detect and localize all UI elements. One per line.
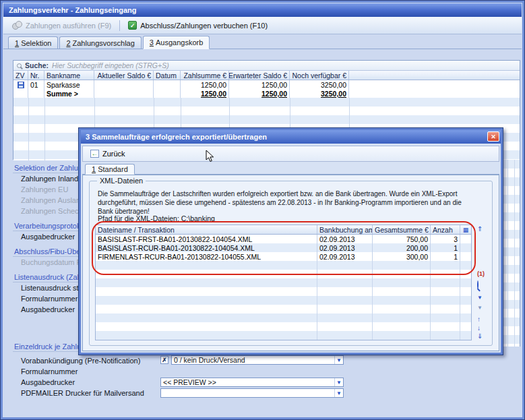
search-label: Suche: <box>25 61 49 69</box>
column-chooser-icon[interactable]: ▦ <box>460 225 471 234</box>
xml-files-groupbox: XML-Dateien Die Sammelaufträge der Lasts… <box>89 181 493 346</box>
column-header-aktueller-saldo[interactable]: Aktueller Saldo € <box>94 71 154 80</box>
back-label: Zurück <box>102 150 125 158</box>
chevron-down-icon[interactable]: ▼ <box>334 356 343 364</box>
empty-rows-area <box>96 261 471 340</box>
column-header-anzahl[interactable]: Anzah <box>431 225 460 234</box>
main-tabstrip: 1Selektion 2Zahlungsvorschlag 3Ausgangsk… <box>3 34 522 49</box>
tab-selektion[interactable]: 1Selektion <box>8 36 58 49</box>
column-header-zv[interactable]: ZV <box>13 71 28 80</box>
nav-next-icon[interactable]: ↓ <box>477 325 481 332</box>
chevron-down-icon[interactable]: ▼ <box>334 378 343 386</box>
column-header-filler <box>349 71 520 80</box>
table-sum-row: Summe > 1250,00 1250,00 3250,00 <box>13 89 520 98</box>
dialog-toolbar: ← Zurück <box>82 146 499 162</box>
disk-icon <box>18 82 24 88</box>
dialog-panel: XML-Dateien Die Sammelaufträge der Lasts… <box>82 175 499 351</box>
toolbar-separator <box>119 20 120 31</box>
post-check-icon: ✓ <box>128 21 137 30</box>
search-icon[interactable] <box>477 282 478 289</box>
search-icon <box>17 63 22 68</box>
files-table-header: Dateiname / Transaktion Bankbuchung am G… <box>96 225 471 235</box>
back-icon: ← <box>90 150 99 158</box>
column-header-nr[interactable]: Nr. <box>28 71 44 80</box>
post-payments-button[interactable]: ✓ Abschluss/Zahlungen verbuchen (F10) <box>123 20 272 31</box>
back-button[interactable]: ← Zurück <box>86 149 130 158</box>
window-titlebar[interactable]: Zahlungsverkehr - Zahlungseingang <box>3 3 522 17</box>
file-row[interactable]: FIRMENLAST-RCUR-BA01-20130822-104055.XML… <box>96 252 471 261</box>
coins-icon <box>12 21 22 30</box>
execute-payments-button[interactable]: Zahlungen ausführen (F9) <box>7 20 116 31</box>
nav-last-icon[interactable]: ⇓ <box>477 333 483 340</box>
groupbox-label: XML-Dateien <box>97 177 146 185</box>
pdfmailer-label: PDFMAILER Drucker für Mailversand <box>21 389 144 397</box>
nav-prev-icon[interactable]: ↑ <box>477 316 481 323</box>
dialog-titlebar[interactable]: 3 Sammelaufträge erfolgreich exportiert/… <box>81 130 501 144</box>
search-input[interactable]: Hier Suchbegriff eingeben (STRG+S) <box>52 61 169 69</box>
tab-standard[interactable]: 1Standard <box>85 164 135 175</box>
column-header-bankbuchung[interactable]: Bankbuchung am <box>317 225 373 234</box>
table-nav-strip: ⇑ (1) ▼ ▼ ↑ ↓ ⇓ <box>475 224 487 340</box>
file-row[interactable]: BASISLAST-FRST-BA01-20130822-104054.XML … <box>96 235 471 243</box>
window-title: Zahlungsverkehr - Zahlungseingang <box>9 6 136 14</box>
dialog-tabstrip: 1Standard <box>82 163 499 175</box>
bank-table-header: ZV Nr. Bankname Aktueller Saldo € Datum … <box>13 71 520 80</box>
column-header-bankname[interactable]: Bankname <box>44 71 94 80</box>
ausgabedrucker-dropdown[interactable]: << PREVIEW >> ▼ <box>160 378 344 387</box>
close-button[interactable]: ✕ <box>487 131 499 142</box>
column-header-datum[interactable]: Datum <box>154 71 181 80</box>
pdfmailer-dropdown[interactable]: ▼ <box>160 388 344 398</box>
filter-icon[interactable]: ▼ <box>477 295 483 301</box>
export-dialog: 3 Sammelaufträge erfolgreich exportiert/… <box>78 127 503 355</box>
column-header-gesamtsumme[interactable]: Gesamtsumme € <box>373 225 431 234</box>
check-mark-icon: ✗ <box>162 357 167 363</box>
file-row[interactable]: BASISLAST-RCUR-BA01-20130822-104054.XML … <box>96 243 471 252</box>
files-table: Dateiname / Transaktion Bankbuchung am G… <box>95 224 472 340</box>
chevron-down-icon[interactable]: ▼ <box>334 389 343 397</box>
formularnummer-label: Formularnummer <box>21 367 78 376</box>
filter-clear-icon[interactable]: ▼ <box>477 305 483 311</box>
prenotification-label: Vorabankündigung (Pre-Notification) <box>21 357 140 365</box>
table-search-row: Suche: Hier Suchbegriff eingeben (STRG+S… <box>13 61 520 71</box>
xml-path-line: Pfad für die XML-Dateien: C:\banking <box>98 214 215 222</box>
tab-ausgangskorb[interactable]: 3Ausgangskorb <box>143 36 210 49</box>
app-window: Zahlungsverkehr - Zahlungseingang Zahlun… <box>0 0 525 420</box>
tab-zahlungsvorschlag[interactable]: 2Zahlungsvorschlag <box>59 36 141 49</box>
column-header-zahlsumme[interactable]: Zahlsumme € <box>181 71 229 80</box>
prenotification-checkbox[interactable]: ✗ <box>160 356 168 364</box>
ausgabedrucker-label: Ausgabedrucker <box>21 378 75 386</box>
dialog-title: 3 Sammelaufträge erfolgreich exportiert/… <box>86 133 267 141</box>
nav-first-icon[interactable]: ⇑ <box>477 226 483 233</box>
column-header-erwarteter-saldo[interactable]: Erwarteter Saldo € <box>229 71 290 80</box>
execute-payments-label: Zahlungen ausführen (F9) <box>26 22 111 30</box>
column-header-dateiname[interactable]: Dateiname / Transaktion <box>96 225 317 234</box>
column-header-noch-verfuegbar[interactable]: Noch verfügbar € <box>290 71 349 80</box>
main-toolbar: Zahlungen ausführen (F9) ✓ Abschluss/Zah… <box>3 17 522 34</box>
filter-counter-badge: (1) <box>477 270 485 277</box>
post-payments-label: Abschluss/Zahlungen verbuchen (F10) <box>140 22 268 30</box>
table-row[interactable]: 01 Sparkasse 1250,00 1250,00 3250,00 <box>13 80 520 89</box>
prenotification-dropdown[interactable]: 0 / kein Druck/Versand ▼ <box>171 355 344 365</box>
close-icon: ✕ <box>491 133 496 140</box>
export-message: Die Sammelaufträge der Lastschriften wur… <box>98 189 468 216</box>
